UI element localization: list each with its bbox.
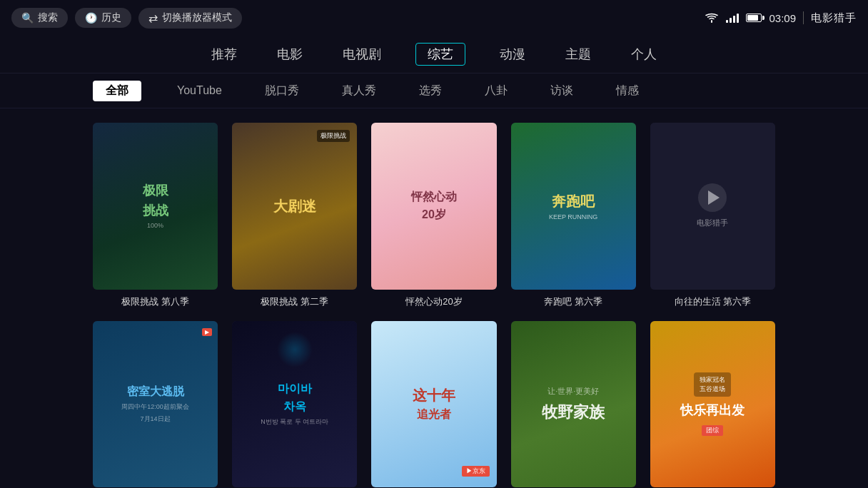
content-grid: 极限 挑战 100% 极限挑战 第八季 大剧迷 极限挑战 极限挑战 第二季 <box>0 108 868 488</box>
nav-tv[interactable]: 电视剧 <box>337 43 387 66</box>
nav-personal[interactable]: 个人 <box>625 43 662 66</box>
switch-player-button[interactable]: 切换播放器模式 <box>138 8 242 29</box>
wifi-icon <box>705 12 719 24</box>
card-5-thumb: 电影猎手 <box>650 123 775 290</box>
card-3-thumb: 怦然心动 20岁 <box>371 123 496 290</box>
card-9-thumb: 让·世界·更美好 牧野家族 <box>511 321 636 488</box>
subnav-talent[interactable]: 选秀 <box>412 81 449 101</box>
card-3[interactable]: 怦然心动 20岁 怦然心动20岁 <box>371 123 496 308</box>
history-icon <box>85 12 97 24</box>
nav-movie[interactable]: 电影 <box>271 43 308 66</box>
card-7-thumb: 마이바 차옥 N번방 폭로 두 여트라마 <box>232 321 357 488</box>
card-4-label: 奔跑吧 第六季 <box>511 295 636 308</box>
search-icon <box>21 12 34 24</box>
subnav-realityshow[interactable]: 真人秀 <box>335 81 383 101</box>
nav-anime[interactable]: 动漫 <box>494 43 531 66</box>
nav-theme[interactable]: 主题 <box>560 43 597 66</box>
card-3-label: 怦然心动20岁 <box>371 295 496 308</box>
card-6-thumb: 密室大逃脱 周四中午12:00超前聚会 7月14日起 ▶ <box>93 321 218 488</box>
divider <box>803 11 804 24</box>
card-1[interactable]: 极限 挑战 100% 极限挑战 第八季 <box>93 123 218 308</box>
card-7[interactable]: 마이바 차옥 N번방 폭로 두 여트라마 网络炼狱：揭发N号… <box>232 321 357 488</box>
top-left-controls: 搜索 历史 切换播放器模式 <box>11 8 242 29</box>
subnav-emotion[interactable]: 情感 <box>609 81 646 101</box>
card-1-thumb: 极限 挑战 100% <box>93 123 218 290</box>
card-2-thumb: 大剧迷 极限挑战 <box>232 123 357 290</box>
search-label: 搜索 <box>38 11 58 24</box>
switch-icon <box>148 11 158 25</box>
subnav-talkshow[interactable]: 脱口秀 <box>258 81 306 101</box>
search-button[interactable]: 搜索 <box>11 8 68 28</box>
top-bar: 搜索 历史 切换播放器模式 03:09 电影 <box>0 0 868 36</box>
subnav-youtube[interactable]: YouTube <box>170 81 229 100</box>
card-1-label: 极限挑战 第八季 <box>93 295 218 308</box>
card-10-thumb: 独家冠名 五谷道场 快乐再出发 团综 <box>650 321 775 488</box>
top-right-status: 03:09 电影猎手 <box>705 11 857 25</box>
history-button[interactable]: 历史 <box>75 8 131 28</box>
switch-label: 切换播放器模式 <box>162 11 232 24</box>
app-name: 电影猎手 <box>811 11 857 25</box>
nav-recommend[interactable]: 推荐 <box>206 43 243 66</box>
time-display: 03:09 <box>769 12 796 24</box>
card-4[interactable]: 奔跑吧 KEEP RUNNING 奔跑吧 第六季 <box>511 123 636 308</box>
sub-nav: 全部 YouTube 脱口秀 真人秀 选秀 八卦 访谈 情感 <box>0 73 868 108</box>
battery-icon <box>746 14 762 22</box>
card-4-thumb: 奔跑吧 KEEP RUNNING <box>511 123 636 290</box>
card-5[interactable]: 电影猎手 向往的生活 第六季 <box>650 123 775 308</box>
card-5-label: 向往的生活 第六季 <box>650 295 775 308</box>
card-2-label: 极限挑战 第二季 <box>232 295 357 308</box>
signal-icon <box>726 13 739 23</box>
card-9[interactable]: 让·世界·更美好 牧野家族 牧野家族 <box>511 321 636 488</box>
subnav-gossip[interactable]: 八卦 <box>478 81 515 101</box>
subnav-all[interactable]: 全部 <box>93 81 141 101</box>
nav-variety[interactable]: 综艺 <box>415 43 465 66</box>
subnav-interview[interactable]: 访谈 <box>543 81 580 101</box>
card-2[interactable]: 大剧迷 极限挑战 极限挑战 第二季 <box>232 123 357 308</box>
card-6[interactable]: 密室大逃脱 周四中午12:00超前聚会 7月14日起 ▶ 密室大逃脱 第四季 <box>93 321 218 488</box>
main-nav: 推荐 电影 电视剧 综艺 动漫 主题 个人 <box>0 36 868 73</box>
card-10[interactable]: 独家冠名 五谷道场 快乐再出发 团综 快乐再出发 <box>650 321 775 488</box>
history-label: 历史 <box>101 11 121 24</box>
card-8[interactable]: 这十年 追光者 ▶京东 这十年 追光者 <box>371 321 496 488</box>
card-8-thumb: 这十年 追光者 ▶京东 <box>371 321 496 488</box>
